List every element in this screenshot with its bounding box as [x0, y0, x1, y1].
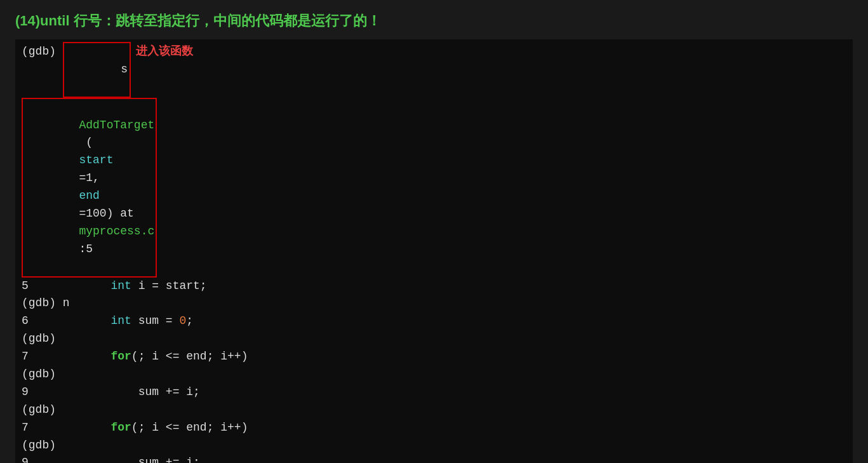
add-target-box-1: AddToTarget ( start =1, end =100) at myp… — [22, 98, 157, 278]
terminal-area: (gdb) s 进入该函数 AddToTarget ( start =1, en… — [15, 39, 853, 463]
line-gdb-empty-3: (gdb) — [22, 401, 846, 419]
line-code-7a: 7 for (; i <= end; i++) — [22, 348, 846, 366]
line-code-9b: 9 sum += i; — [22, 454, 846, 463]
annotation-enter: 进入该函数 — [136, 43, 193, 60]
line-gdb-empty-1: (gdb) — [22, 330, 846, 348]
prompt-1: (gdb) — [22, 43, 63, 61]
line-gdb-empty-2: (gdb) — [22, 366, 846, 384]
line-gdb-n: (gdb) n — [22, 295, 846, 312]
line-code-5: 5 int i = start; — [22, 278, 846, 295]
cmd-s-box: s — [63, 42, 131, 98]
title-section: (14)until 行号：跳转至指定行，中间的代码都是运行了的！ — [15, 11, 853, 30]
line-gdb-empty-4: (gdb) — [22, 437, 846, 455]
line-add-target-1: AddToTarget ( start =1, end =100) at myp… — [22, 98, 846, 278]
line-code-7b: 7 for (; i <= end; i++) — [22, 419, 846, 437]
line-code-9a: 9 sum += i; — [22, 384, 846, 401]
page-container: (14)until 行号：跳转至指定行，中间的代码都是运行了的！ (gdb) s… — [0, 0, 868, 463]
line-gdb-s: (gdb) s 进入该函数 — [22, 42, 846, 98]
page-title: (14)until 行号：跳转至指定行，中间的代码都是运行了的！ — [15, 13, 381, 29]
line-code-6: 6 int sum = 0 ; — [22, 312, 846, 330]
